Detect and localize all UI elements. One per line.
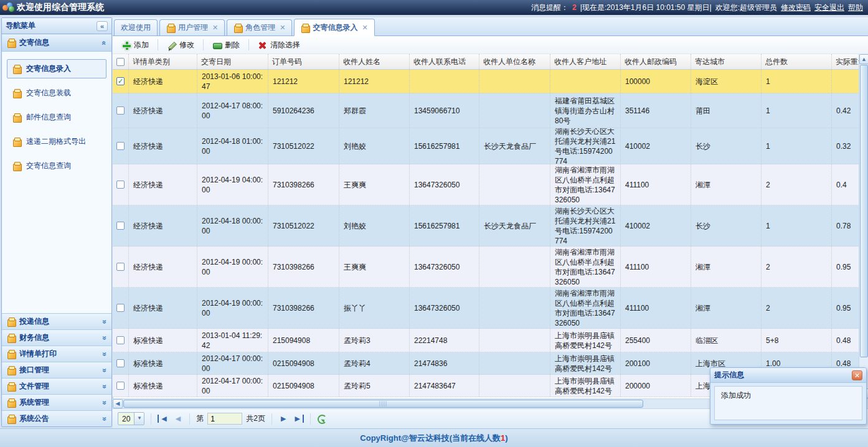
sidebar-item-label: 速递二期格式导出 — [26, 136, 86, 147]
close-tab-icon[interactable]: ✕ — [280, 24, 285, 32]
page-size-select[interactable]: 20 ▼ — [118, 412, 144, 425]
row-checkbox[interactable]: ✓ — [116, 77, 125, 85]
scroll-up-button[interactable]: ▲ — [859, 54, 868, 64]
column-header-8[interactable]: 寄达城市 — [691, 54, 762, 69]
sidebar-group-1[interactable]: 财务信息« — [2, 329, 111, 346]
table-row[interactable]: 经济快递2012-04-19 00:00:007310398266振丫丫1364… — [113, 288, 859, 329]
package-icon — [7, 415, 16, 423]
tab-3[interactable]: 交寄信息录入✕ — [294, 19, 374, 36]
refresh-icon[interactable] — [317, 414, 326, 423]
sidebar-item-1[interactable]: 交寄信息装载 — [7, 83, 106, 103]
chevron-down-icon: « — [100, 400, 109, 405]
close-tab-icon[interactable]: ✕ — [362, 24, 367, 32]
row-checkbox[interactable] — [116, 181, 125, 189]
sidebar-item-3[interactable]: 速递二期格式导出 — [7, 132, 106, 151]
row-checkbox[interactable] — [116, 222, 125, 230]
column-header-4[interactable]: 收件人联系电话 — [410, 54, 479, 69]
close-tab-icon[interactable]: ✕ — [212, 24, 218, 32]
column-header-10[interactable]: 实际重量 — [832, 54, 859, 69]
sidebar-group-6[interactable]: 系统公告« — [2, 410, 111, 426]
tab-2[interactable]: 角色管理✕ — [227, 19, 292, 35]
column-header-7[interactable]: 收件人邮政编码 — [621, 54, 691, 69]
edit-button[interactable]: 修改 — [161, 37, 200, 53]
message-reminder-label: 消息提醒： — [531, 2, 568, 13]
scroll-left-button[interactable]: ◀ — [113, 399, 123, 408]
clear-button[interactable]: 清除选择 — [252, 37, 306, 53]
tab-0[interactable]: 欢迎使用 — [114, 19, 158, 35]
sidebar-group-2[interactable]: 详情单打印« — [2, 346, 111, 362]
table-row[interactable]: 经济快递2012-04-19 04:00:007310398266王爽爽1364… — [113, 164, 859, 205]
message-count-badge[interactable]: 2 — [572, 3, 577, 12]
select-all-checkbox[interactable] — [116, 58, 125, 66]
table-cell: 7310512022 — [268, 205, 339, 246]
table-row[interactable]: 经济快递2012-04-18 00:00:007310512022刘艳姣1561… — [113, 205, 859, 247]
sidebar-group-0[interactable]: 投递信息« — [2, 313, 111, 329]
sidebar-group-label: 交寄信息 — [19, 37, 49, 48]
prev-page-button[interactable]: ◀ — [173, 415, 183, 423]
row-checkbox[interactable] — [116, 336, 125, 344]
last-page-button[interactable]: ▶ — [292, 415, 303, 423]
sidebar-group-4[interactable]: 文件管理« — [2, 378, 111, 394]
table-cell: 7310398266 — [268, 164, 339, 205]
row-checkbox[interactable] — [116, 359, 125, 367]
table-cell: 长沙 — [691, 128, 762, 164]
column-header-5[interactable]: 收件人单位名称 — [479, 54, 550, 69]
help-link[interactable]: 帮助 — [848, 2, 863, 13]
logout-link[interactable]: 安全退出 — [814, 2, 844, 13]
row-select-cell — [113, 205, 129, 246]
table-row[interactable]: ✓经济快递2013-01-06 10:00:471212121212121000… — [113, 70, 859, 93]
table-cell — [550, 70, 621, 93]
page-number-input[interactable] — [207, 413, 242, 425]
change-password-link[interactable]: 修改密码 — [781, 2, 811, 13]
sidebar-group-3[interactable]: 接口管理« — [2, 362, 111, 378]
navigation-sidebar: 导航菜单 « 交寄信息 « 交寄信息录入交寄信息装载邮件信息查询速递二期格式导出… — [1, 17, 112, 427]
row-checkbox[interactable] — [116, 382, 125, 390]
table-row[interactable]: 经济快递2012-04-19 00:00:007310398266王爽爽1364… — [113, 247, 859, 288]
sidebar-item-0[interactable]: 交寄信息录入 — [7, 59, 106, 78]
chevron-up-icon: « — [100, 40, 109, 45]
del-button[interactable]: 删除 — [206, 37, 246, 53]
table-cell: 411100 — [621, 288, 691, 328]
vertical-scroll-thumb[interactable] — [860, 65, 868, 357]
column-header-1[interactable]: 交寄日期 — [197, 54, 268, 69]
row-select-cell — [113, 93, 129, 128]
next-page-button[interactable]: ▶ — [278, 415, 288, 423]
vertical-scrollbar[interactable]: ▲ ▼ — [859, 54, 868, 398]
table-cell: 长沙 — [691, 205, 762, 246]
sidebar-group-5[interactable]: 系统管理« — [2, 394, 111, 410]
table-cell: 上海市崇明县庙镇高桥爱民村142号 — [550, 329, 621, 352]
column-header-9[interactable]: 总件数 — [762, 54, 832, 69]
page-total-label: 共2页 — [246, 413, 265, 424]
table-row[interactable]: 经济快递2012-04-18 01:00:007310512022刘艳姣1561… — [113, 128, 859, 164]
row-checkbox[interactable] — [116, 304, 125, 312]
app-title: 欢迎使用综合管理系统 — [17, 2, 104, 13]
chevron-down-icon[interactable]: ▼ — [134, 412, 144, 425]
table-cell: 经济快递 — [129, 70, 197, 93]
table-row[interactable]: 经济快递2012-04-17 08:00:005910264236郑群霞1345… — [113, 93, 859, 128]
table-cell: 湘潭 — [691, 288, 762, 328]
close-icon[interactable]: ✕ — [852, 370, 862, 380]
column-header-3[interactable]: 收件人姓名 — [339, 54, 410, 69]
column-header-0[interactable]: 详情单类别 — [129, 54, 197, 69]
horizontal-scroll-thumb[interactable] — [123, 400, 643, 408]
table-row[interactable]: 标准快递2013-01-04 11:29:42215094908孟玲莉32221… — [113, 329, 859, 352]
row-checkbox[interactable] — [116, 106, 125, 115]
column-header-2[interactable]: 订单号码 — [268, 54, 339, 69]
add-button[interactable]: 添加 — [115, 37, 155, 53]
sidebar-item-2[interactable]: 邮件信息查询 — [7, 108, 106, 127]
sidebar-item-4[interactable]: 交寄信息查询 — [7, 156, 106, 176]
sidebar-group-label: 系统管理 — [19, 397, 49, 408]
tab-1[interactable]: 用户管理✕ — [159, 19, 225, 35]
dialog-title: 提示信息 — [714, 370, 744, 380]
row-checkbox[interactable] — [116, 263, 125, 271]
grid-body: ✓经济快递2013-01-06 10:00:471212121212121000… — [113, 70, 859, 397]
dialog-title-bar[interactable]: 提示信息 ✕ — [710, 368, 866, 383]
column-header-6[interactable]: 收件人客户地址 — [550, 54, 621, 69]
row-checkbox[interactable] — [116, 142, 125, 150]
sidebar-group-jiaoji[interactable]: 交寄信息 « — [2, 34, 111, 52]
table-cell: 0215094908 — [268, 352, 339, 374]
table-cell — [832, 70, 859, 93]
first-page-button[interactable]: ◀ — [158, 415, 169, 423]
sidebar-collapse-button[interactable]: « — [97, 21, 108, 31]
table-cell: 海淀区 — [691, 70, 762, 93]
